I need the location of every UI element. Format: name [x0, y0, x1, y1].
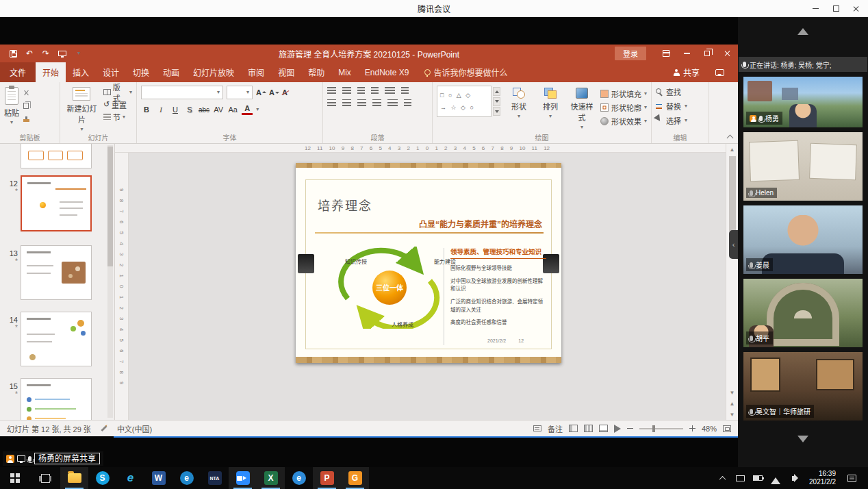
underline-button[interactable]: U — [170, 103, 181, 116]
tab-insert[interactable]: 插入 — [66, 62, 96, 82]
ppt-minimize-icon[interactable] — [676, 45, 697, 62]
tray-display-icon[interactable] — [732, 467, 748, 489]
slide-sorter-view-button[interactable] — [584, 425, 593, 432]
taskbar-app-g[interactable]: G — [341, 467, 369, 489]
tell-me-box[interactable]: 告诉我你想要做什么 — [416, 62, 516, 82]
line-spacing-icon[interactable] — [385, 87, 395, 95]
scroll-down-icon[interactable]: ▼ — [726, 387, 739, 398]
participant-tile[interactable]: 胡平 — [743, 279, 863, 347]
shape-outline-button[interactable]: 形状轮廓▾ — [600, 102, 647, 113]
tab-mix[interactable]: Mix — [331, 62, 358, 82]
layout-button[interactable]: 版式▾ — [103, 88, 132, 97]
quick-styles-button[interactable]: 快速样式 ▾ — [569, 86, 595, 132]
tab-animations[interactable]: 动画 — [156, 62, 186, 82]
normal-view-button[interactable] — [569, 425, 578, 432]
participant-tile[interactable]: Helen — [743, 132, 863, 201]
thumbnail-scrollbar[interactable] — [107, 145, 113, 418]
new-slide-button[interactable]: 新建幻灯片 ▾ — [64, 86, 99, 132]
justify-icon[interactable] — [372, 99, 381, 107]
start-slideshow-icon[interactable] — [58, 47, 67, 60]
italic-button[interactable]: I — [155, 103, 166, 116]
redo-icon[interactable]: ↷ — [41, 47, 51, 60]
cut-button[interactable] — [23, 88, 29, 97]
gallery-up-icon[interactable] — [493, 87, 500, 96]
font-color-button[interactable]: A — [242, 105, 253, 115]
smartart-convert-icon[interactable] — [404, 99, 411, 107]
font-name-combo[interactable]: ▾ — [141, 86, 223, 99]
previous-slide-icon[interactable]: ▲ — [726, 398, 739, 409]
language-indicator[interactable]: 中文(中国) — [117, 423, 152, 434]
numbering-icon[interactable] — [342, 87, 351, 95]
shape-effects-button[interactable]: 形状效果▾ — [600, 116, 647, 127]
slideshow-view-button[interactable] — [614, 425, 621, 433]
qat-customize-icon[interactable]: ▾ — [74, 47, 84, 60]
align-center-icon[interactable] — [342, 99, 351, 107]
reset-button[interactable]: ↺重置 — [103, 100, 132, 109]
zoom-level[interactable]: 48% — [702, 425, 717, 433]
tab-design[interactable]: 设计 — [96, 62, 126, 82]
panel-scroll-down-icon[interactable] — [797, 436, 808, 448]
current-slide[interactable]: 培养理念 凸显“能力与素质并重”的培养理念 — [296, 163, 561, 363]
taskbar-clock[interactable]: 16:39 2021/2/2 — [804, 470, 841, 487]
decrease-indent-icon[interactable] — [357, 87, 365, 95]
share-button[interactable]: 共享 — [674, 66, 700, 78]
zoom-in-icon[interactable] — [689, 425, 695, 431]
tab-review[interactable]: 审阅 — [241, 62, 271, 82]
tab-file[interactable]: 文件 — [0, 62, 36, 82]
font-size-combo[interactable]: ▾ — [227, 86, 253, 99]
panel-collapse-icon[interactable]: ‹ — [729, 230, 738, 259]
tab-help[interactable]: 帮助 — [301, 62, 331, 82]
gallery-down-icon[interactable] — [493, 97, 500, 106]
slide-thumbnail-15[interactable] — [21, 378, 92, 420]
notes-toggle[interactable]: 备注 — [548, 423, 563, 434]
reading-view-button[interactable] — [599, 425, 608, 432]
arrange-button[interactable]: 排列 ▾ — [537, 86, 563, 132]
tab-transitions[interactable]: 切换 — [126, 62, 156, 82]
decrease-font-icon[interactable]: A — [269, 88, 279, 97]
columns-icon[interactable] — [387, 99, 398, 107]
tab-slideshow[interactable]: 幻灯片放映 — [186, 62, 241, 82]
bold-button[interactable]: B — [141, 103, 152, 116]
login-button[interactable]: 登录 — [615, 47, 646, 60]
close-icon[interactable] — [846, 0, 867, 17]
clear-formatting-icon[interactable]: A — [282, 88, 288, 97]
tab-home[interactable]: 开始 — [36, 62, 66, 82]
tab-view[interactable]: 视图 — [271, 62, 301, 82]
participant-tile[interactable]: 杨勇 — [743, 77, 863, 127]
find-button[interactable]: 查找 — [656, 86, 704, 97]
tab-endnote[interactable]: EndNote X9 — [358, 62, 416, 82]
action-center-icon[interactable] — [844, 467, 859, 489]
scroll-up-icon[interactable]: ▲ — [726, 144, 739, 155]
taskbar-app-nta[interactable]: NTA — [201, 467, 229, 489]
taskbar-app-ie[interactable]: e — [116, 467, 144, 489]
slide-canvas[interactable]: 培养理念 凸显“能力与素质并重”的培养理念 — [129, 153, 726, 420]
change-case-button[interactable]: Aa — [227, 103, 238, 116]
minimize-icon[interactable] — [805, 0, 826, 17]
strikethrough-button[interactable]: abc — [199, 103, 209, 116]
participant-tile[interactable]: 姜晨 — [743, 205, 863, 274]
character-spacing-button[interactable]: AV — [213, 103, 224, 116]
ribbon-display-options-icon[interactable] — [656, 45, 676, 62]
undo-icon[interactable]: ↶ — [25, 47, 34, 60]
fit-slide-to-window-icon[interactable] — [723, 425, 731, 432]
spell-check-icon[interactable] — [101, 425, 107, 431]
taskbar-app-excel[interactable]: X — [257, 467, 285, 489]
text-shadow-button[interactable]: S — [184, 103, 195, 116]
taskbar-app-file-explorer[interactable] — [60, 467, 88, 489]
text-direction-icon[interactable] — [401, 87, 409, 95]
gallery-more-icon[interactable] — [493, 107, 500, 116]
slide-thumbnail-13[interactable] — [21, 245, 92, 300]
tray-network-icon[interactable] — [768, 467, 783, 489]
tray-battery-icon[interactable] — [750, 467, 765, 489]
taskbar-app-edge[interactable]: e — [173, 467, 201, 489]
section-button[interactable]: 节▾ — [103, 112, 132, 121]
tray-expand-icon[interactable] — [715, 467, 730, 489]
taskbar-app-tencent-meeting[interactable] — [229, 467, 257, 489]
shapes-gallery[interactable]: □ ○ △ ◇ → ☆ ◇ ○ — [437, 86, 492, 117]
shapes-button[interactable]: 形状 ▾ — [506, 86, 532, 132]
select-button[interactable]: 选择▾ — [656, 115, 704, 126]
slide-thumbnail-12[interactable] — [21, 175, 92, 231]
screen-share-badge[interactable]: 杨勇的屏幕共享 — [3, 451, 103, 466]
panel-scroll-up-icon[interactable] — [797, 23, 808, 35]
increase-indent-icon[interactable] — [371, 87, 379, 95]
